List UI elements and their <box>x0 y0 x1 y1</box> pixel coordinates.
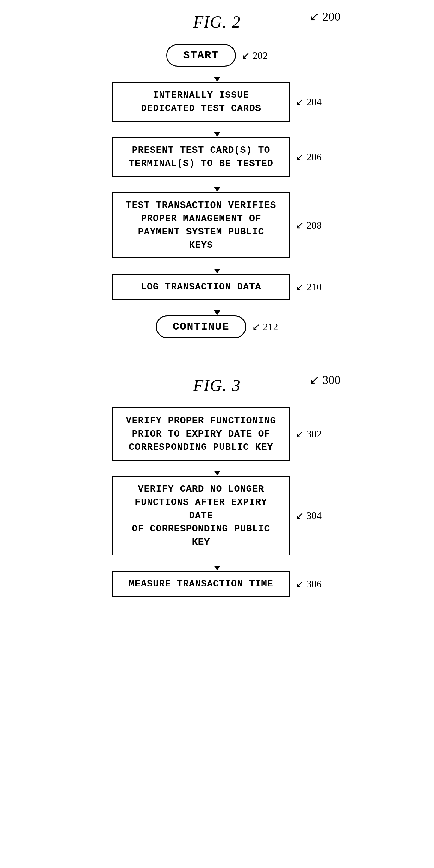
step204-label: ↙ 204 <box>295 96 322 108</box>
step210-text: LOG TRANSACTION DATA <box>141 282 261 292</box>
fig2-title: FIG. 2 <box>193 13 241 31</box>
step210-wrapper: LOG TRANSACTION DATA ↙ 210 <box>112 274 322 300</box>
fig3-indicator-label: 300 <box>323 373 341 386</box>
step304-text: VERIFY CARD NO LONGERFUNCTIONS AFTER EXP… <box>132 484 270 548</box>
continue-label: ↙ 212 <box>252 321 278 333</box>
step206-node: PRESENT TEST CARD(S) TOTERMINAL(S) TO BE… <box>112 137 290 177</box>
step204-wrapper: INTERNALLY ISSUEDEDICATED TEST CARDS ↙ 2… <box>112 82 322 122</box>
step210-node: LOG TRANSACTION DATA <box>112 274 290 300</box>
step206-wrapper: PRESENT TEST CARD(S) TOTERMINAL(S) TO BE… <box>112 137 322 177</box>
step306-node: MEASURE TRANSACTION TIME <box>112 571 290 597</box>
step302-text: VERIFY PROPER FUNCTIONINGPRIOR TO EXPIRY… <box>126 415 276 453</box>
arrow-line-5 <box>216 300 218 315</box>
step302-node: VERIFY PROPER FUNCTIONINGPRIOR TO EXPIRY… <box>112 407 290 461</box>
fig3-flow: VERIFY PROPER FUNCTIONINGPRIOR TO EXPIRY… <box>112 407 322 597</box>
step204-node: INTERNALLY ISSUEDEDICATED TEST CARDS <box>112 82 290 122</box>
fig2-indicator: ↙ 200 <box>309 9 341 23</box>
step302-label: ↙ 302 <box>295 428 322 440</box>
step208-label: ↙ 208 <box>295 219 322 231</box>
step210-label: ↙ 210 <box>295 281 322 293</box>
continue-text: CONTINUE <box>173 321 229 333</box>
step208-text: TEST TRANSACTION VERIFIESPROPER MANAGEME… <box>126 200 276 251</box>
arrow-4 <box>128 258 306 274</box>
step302-wrapper: VERIFY PROPER FUNCTIONINGPRIOR TO EXPIRY… <box>112 407 322 461</box>
fig2-indicator-label: 200 <box>323 10 341 23</box>
arrow-2 <box>128 122 306 137</box>
step208-node: TEST TRANSACTION VERIFIESPROPER MANAGEME… <box>112 192 290 258</box>
continue-wrapper: CONTINUE ↙ 212 <box>156 315 278 338</box>
fig3-title: FIG. 3 <box>193 376 241 395</box>
fig3-indicator: ↙ 300 <box>309 373 341 387</box>
start-node-label: ↙ 202 <box>241 49 268 61</box>
fig2-section: ↙ 200 FIG. 2 START ↙ 202 INTERNALLY ISSU… <box>75 13 359 338</box>
fig3-section: ↙ 300 FIG. 3 VERIFY PROPER FUNCTIONINGPR… <box>75 376 359 597</box>
step304-wrapper: VERIFY CARD NO LONGERFUNCTIONS AFTER EXP… <box>112 476 322 555</box>
step204-text: INTERNALLY ISSUEDEDICATED TEST CARDS <box>141 90 261 114</box>
arrow-line-1 <box>216 67 218 82</box>
step206-text: PRESENT TEST CARD(S) TOTERMINAL(S) TO BE… <box>129 145 273 169</box>
fig2-flow: START ↙ 202 INTERNALLY ISSUEDEDICATED TE… <box>112 44 322 338</box>
arrow-6 <box>128 461 306 476</box>
arrow-line-6 <box>216 461 218 476</box>
continue-node: CONTINUE <box>156 315 246 338</box>
start-node: START <box>166 44 236 67</box>
arrow-3 <box>128 177 306 192</box>
step206-label: ↙ 206 <box>295 151 322 163</box>
step208-wrapper: TEST TRANSACTION VERIFIESPROPER MANAGEME… <box>112 192 322 258</box>
arrow-line-4 <box>216 258 218 274</box>
step304-node: VERIFY CARD NO LONGERFUNCTIONS AFTER EXP… <box>112 476 290 555</box>
step304-label: ↙ 304 <box>295 509 322 522</box>
page: ↙ 200 FIG. 2 START ↙ 202 INTERNALLY ISSU… <box>0 0 434 610</box>
arrow-5 <box>128 300 306 315</box>
arrow-line-3 <box>216 177 218 192</box>
arrow-1 <box>128 67 306 82</box>
arrow-line-7 <box>216 555 218 571</box>
arrow-7 <box>128 555 306 571</box>
start-node-wrapper: START ↙ 202 <box>166 44 268 67</box>
step306-text: MEASURE TRANSACTION TIME <box>129 579 273 589</box>
step306-label: ↙ 306 <box>295 578 322 590</box>
arrow-line-2 <box>216 122 218 137</box>
start-label: START <box>183 49 219 61</box>
step306-wrapper: MEASURE TRANSACTION TIME ↙ 306 <box>112 571 322 597</box>
